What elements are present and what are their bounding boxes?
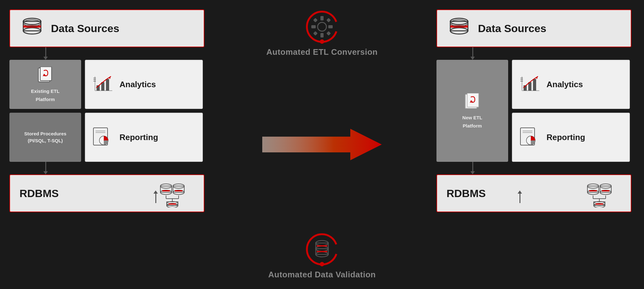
right-rdbms-title: RDBMS [447,187,577,200]
left-analytics-box: Analytics [85,60,203,109]
db-circle-icon [305,232,339,267]
left-rdbms-up-arrow [153,190,158,203]
existing-etl-label2: Platform [36,97,55,102]
left-rdbms-icon [157,179,194,207]
svg-point-60 [320,262,324,266]
right-reporting-icon [519,126,541,148]
left-data-sources-title: Data Sources [51,22,119,35]
svg-rect-47 [326,18,331,22]
right-data-sources-box: Data Sources [436,9,631,47]
svg-rect-27 [162,190,170,191]
svg-rect-46 [313,18,318,22]
svg-rect-39 [169,203,176,205]
right-rdbms-box: RDBMS [436,174,631,212]
new-etl-box: New ETL Platform [436,60,508,162]
svg-rect-13 [106,79,109,91]
svg-rect-42 [320,16,324,20]
center-area: Automated ETL Conversion [203,0,441,289]
right-middle-row: New ETL Platform [436,60,635,162]
right-db-icon [447,16,472,41]
new-etl-label2: Platform [463,123,482,128]
svg-point-52 [307,234,337,264]
svg-rect-7 [40,67,52,81]
left-data-sources-box: Data Sources [9,9,204,47]
left-middle-row: Existing ETL Platform Stored Procedures(… [9,60,208,162]
left-analytics-label: Analytics [119,80,156,89]
svg-rect-92 [602,190,609,191]
right-arrow-1 [470,47,475,60]
big-right-arrow-svg [262,126,382,163]
center-top: Automated ETL Conversion [266,9,378,57]
big-arrow-area [262,126,382,163]
right-reporting-box: Reporting [512,113,630,162]
svg-point-50 [320,39,324,44]
svg-rect-88 [589,190,597,191]
left-reporting-label: Reporting [119,133,158,142]
right-data-sources-title: Data Sources [478,22,546,35]
left-rdbms-box: RDBMS [9,174,204,212]
left-analytics-reporting-col: Analytics [85,60,203,162]
right-analytics-reporting-col: Analytics Reporting [512,60,630,162]
right-analytics-box: Analytics [512,60,630,109]
left-arrow-2 [43,162,48,174]
right-reporting-label: Reporting [547,133,585,142]
stored-proc-label: Stored Procedures(PI/SQL, T-SQL) [24,130,66,144]
existing-etl-box: Existing ETL Platform [9,60,81,109]
right-analytics-icon [519,73,541,95]
svg-rect-74 [533,79,536,91]
svg-point-41 [318,22,326,31]
svg-rect-45 [328,25,333,28]
svg-rect-44 [311,25,316,28]
right-rdbms-icon [584,179,621,207]
right-arrow-2 [470,162,475,174]
left-arrow-1 [43,47,48,60]
svg-rect-58 [317,245,327,246]
svg-rect-31 [175,190,182,191]
gear-circle-icon [305,9,339,44]
svg-rect-68 [467,93,479,107]
left-db-icon [19,16,45,41]
svg-rect-100 [596,203,603,205]
validation-label: Automated Data Validation [268,270,376,280]
left-etl-stored-col: Existing ETL Platform Stored Procedures(… [9,60,81,162]
new-etl-icon [463,93,482,112]
diagram-container: Data Sources [0,0,644,289]
left-analytics-icon [92,73,114,95]
svg-rect-48 [313,31,318,36]
svg-rect-59 [317,251,327,252]
svg-marker-51 [262,129,382,160]
right-analytics-label: Analytics [547,80,583,89]
left-rdbms-title: RDBMS [19,187,150,200]
etl-conversion-label: Automated ETL Conversion [266,47,378,57]
existing-etl-label: Existing ETL [31,88,60,94]
center-bottom: Automated Data Validation [268,232,376,280]
left-reporting-box: Reporting [85,113,203,162]
left-reporting-icon [92,126,114,148]
right-side: Data Sources New ETL Platform [436,9,635,212]
right-rdbms-up-arrow [518,190,522,203]
existing-etl-icon [36,67,55,86]
new-etl-label1: New ETL [462,115,482,121]
svg-rect-49 [326,31,331,36]
stored-proc-box: Stored Procedures(PI/SQL, T-SQL) [9,113,81,162]
svg-rect-43 [320,33,324,37]
left-side: Data Sources [9,9,208,212]
